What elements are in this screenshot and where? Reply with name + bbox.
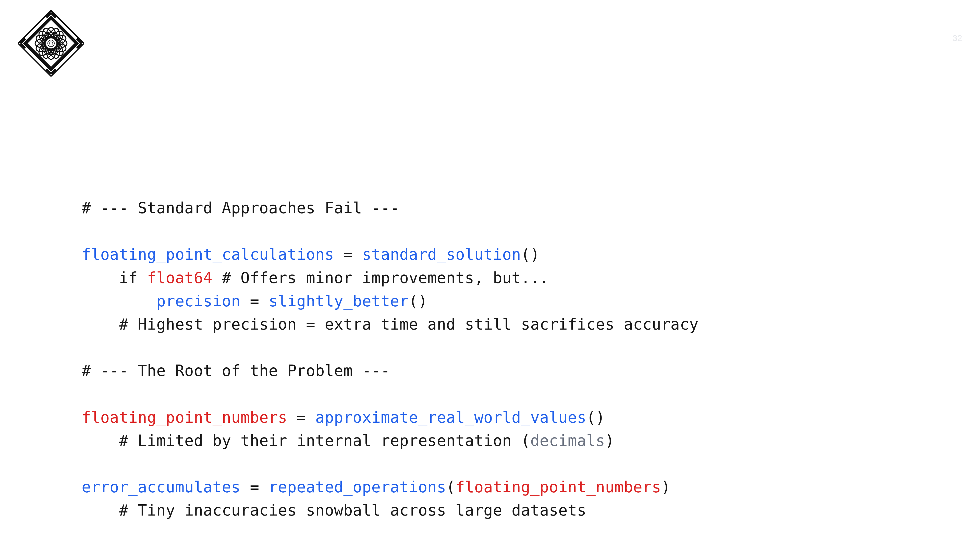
svg-rect-0 <box>25 17 77 69</box>
code-keyword: if <box>119 269 147 287</box>
code-indent <box>82 269 119 287</box>
code-dim: decimals <box>530 432 605 449</box>
code-indent <box>82 315 119 333</box>
code-variable: precision <box>156 292 241 310</box>
code-operator: = <box>334 245 362 263</box>
code-paren-close: ) <box>661 478 671 496</box>
code-parens: () <box>587 408 605 426</box>
code-variable: floating_point_numbers <box>82 408 287 426</box>
code-paren-open: ( <box>446 478 455 496</box>
code-block: # --- Standard Approaches Fail --- float… <box>82 197 698 522</box>
svg-rect-1 <box>18 11 84 76</box>
code-indent <box>82 292 156 310</box>
code-operator: = <box>241 292 269 310</box>
code-indent <box>82 432 119 449</box>
code-parens: () <box>521 245 539 263</box>
section-comment-1: # --- Standard Approaches Fail --- <box>82 199 399 217</box>
page-number: 32 <box>953 33 962 43</box>
code-function: repeated_operations <box>269 478 446 496</box>
code-comment: # Limited by their internal representati… <box>119 432 530 449</box>
code-comment: ) <box>605 432 614 449</box>
code-operator: = <box>241 478 269 496</box>
logo-mandala-icon <box>18 10 84 76</box>
code-argument: floating_point_numbers <box>455 478 661 496</box>
svg-point-15 <box>49 42 53 45</box>
code-variable: error_accumulates <box>82 478 241 496</box>
code-comment: # Highest precision = extra time and sti… <box>119 315 699 333</box>
svg-point-14 <box>48 40 54 47</box>
code-function: approximate_real_world_values <box>315 408 587 426</box>
code-function: standard_solution <box>362 245 521 263</box>
code-parens: () <box>409 292 428 310</box>
svg-point-13 <box>46 38 56 49</box>
code-function: slightly_better <box>269 292 409 310</box>
code-variable: floating_point_calculations <box>82 245 334 263</box>
code-indent <box>82 501 119 519</box>
code-type: float64 <box>147 269 212 287</box>
code-comment: # Offers minor improvements, but... <box>213 269 549 287</box>
code-comment: # Tiny inaccuracies snowball across larg… <box>119 501 587 519</box>
code-operator: = <box>287 408 315 426</box>
section-comment-2: # --- The Root of the Problem --- <box>82 362 390 380</box>
